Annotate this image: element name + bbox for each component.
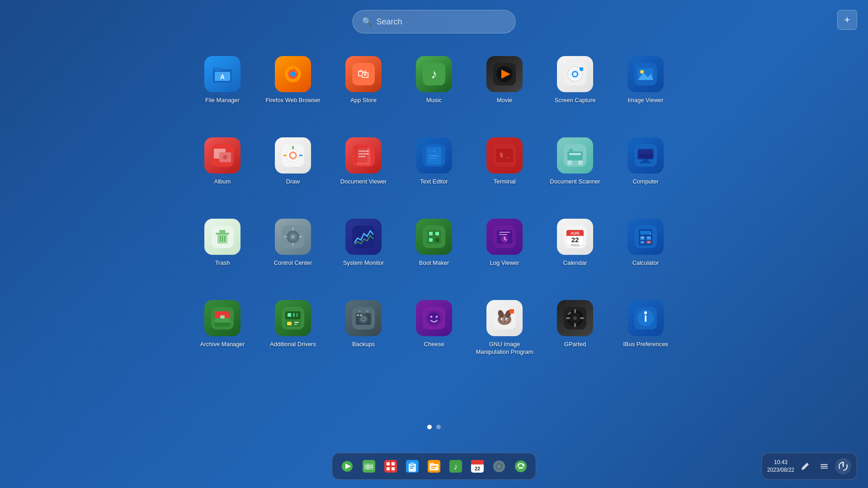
app-store-icon: 🛍 (345, 56, 382, 92)
app-item-computer[interactable]: Computer (610, 130, 681, 211)
app-item-trash[interactable]: Trash (187, 211, 258, 293)
app-item-calendar[interactable]: AUG 22 THUS Calendar (540, 211, 610, 293)
app-item-backups[interactable]: Backups (328, 293, 399, 374)
search-container: 🔍 Search (353, 10, 516, 33)
svg-point-142 (436, 316, 438, 318)
search-bar[interactable]: 🔍 Search (353, 10, 516, 33)
app-item-gimp[interactable]: GNU Image Manipulation Program (469, 293, 540, 374)
app-item-ibus[interactable]: i IBus Preferences (610, 293, 681, 374)
tray-menu-icon[interactable] (816, 458, 832, 474)
svg-rect-127 (296, 313, 298, 317)
taskbar-files[interactable] (425, 457, 443, 476)
svg-text:THUS: THUS (571, 244, 579, 247)
taskbar-calendar[interactable]: 22 (468, 457, 487, 476)
document-scanner-icon (557, 137, 593, 174)
svg-rect-181 (410, 462, 414, 465)
screen-capture-icon (557, 56, 593, 92)
app-item-boot-maker[interactable]: Boot Maker (399, 211, 469, 293)
file-manager-label: File Manager (205, 97, 240, 104)
app-item-album[interactable]: Album (187, 130, 258, 211)
control-center-label: Control Center (274, 259, 312, 267)
app-item-terminal[interactable]: $ _ Terminal (469, 130, 540, 211)
app-item-calculator[interactable]: ÷ + − × = Calculator (610, 211, 681, 293)
app-item-file-manager[interactable]: A File Manager (187, 49, 258, 130)
svg-rect-188 (431, 468, 435, 469)
system-monitor-icon (345, 219, 382, 255)
app-item-system-monitor[interactable]: System Monitor (328, 211, 399, 293)
calendar-icon: AUG 22 THUS (557, 219, 593, 255)
app-item-image-viewer[interactable]: Image Viewer (610, 49, 681, 130)
app-item-archive-manager[interactable]: Archive Manager (187, 293, 258, 374)
taskbar-app-grid[interactable] (381, 457, 400, 476)
svg-rect-1 (213, 67, 222, 71)
app-item-draw[interactable]: Draw (258, 130, 328, 211)
svg-rect-182 (410, 466, 415, 467)
app-item-log-viewer[interactable]: Log Viewer (469, 211, 540, 293)
app-item-additional-drivers[interactable]: Additional Drivers (258, 293, 328, 374)
svg-rect-202 (821, 466, 828, 467)
svg-rect-158 (574, 309, 576, 313)
calculator-icon: ÷ + − × = (627, 219, 664, 255)
svg-rect-178 (392, 467, 395, 470)
app-item-document-viewer[interactable]: Document Viewer (328, 130, 399, 211)
svg-rect-64 (216, 233, 229, 235)
taskbar-updates[interactable] (511, 457, 530, 476)
additional-drivers-label: Additional Drivers (270, 341, 316, 348)
svg-text:+: + (641, 235, 644, 240)
svg-rect-176 (392, 462, 395, 465)
movie-icon (486, 56, 523, 92)
app-item-app-store[interactable]: 🛍 App Store (328, 49, 399, 130)
app-item-movie[interactable]: Movie (469, 49, 540, 130)
svg-rect-113 (215, 311, 230, 314)
svg-rect-136 (359, 310, 361, 312)
firefox-label: Firefox Web Browser (265, 97, 320, 104)
app-item-cheese[interactable]: Cheese (399, 293, 469, 374)
page-dot-2[interactable] (436, 425, 441, 429)
svg-rect-81 (435, 232, 439, 235)
computer-label: Computer (632, 178, 658, 186)
log-viewer-icon (486, 219, 523, 255)
page-dot-1[interactable] (427, 425, 432, 429)
svg-rect-60 (642, 160, 649, 162)
add-button[interactable]: + (837, 10, 857, 30)
backups-label: Backups (352, 341, 375, 348)
computer-icon (627, 137, 664, 174)
tray-pencil-icon[interactable] (797, 458, 813, 474)
taskbar-spreadsheet[interactable] (359, 457, 378, 476)
svg-rect-53 (569, 149, 573, 151)
app-item-text-editor[interactable]: " " Text Editor (399, 130, 469, 211)
svg-rect-61 (640, 162, 651, 163)
app-item-control-center[interactable]: Control Center (258, 211, 328, 293)
svg-rect-159 (574, 323, 576, 327)
svg-text:♪: ♪ (431, 67, 437, 81)
taskbar-launcher[interactable] (338, 457, 357, 476)
app-item-music[interactable]: ♪ Music (399, 49, 469, 130)
cheese-icon (416, 300, 452, 336)
taskbar-clipboard[interactable] (403, 457, 422, 476)
taskbar-settings[interactable] (490, 457, 509, 476)
svg-point-6 (290, 71, 296, 77)
svg-rect-52 (569, 153, 581, 155)
svg-point-198 (515, 460, 527, 472)
svg-rect-117 (215, 320, 230, 323)
tray-time: 10:43 (774, 459, 788, 466)
svg-text:$ _: $ _ (500, 151, 510, 158)
app-item-firefox[interactable]: Firefox Web Browser (258, 49, 328, 130)
svg-rect-170 (364, 464, 373, 470)
svg-rect-185 (429, 464, 439, 470)
taskbar-music[interactable]: ♪ (446, 457, 465, 476)
svg-rect-73 (292, 227, 293, 231)
svg-rect-83 (435, 238, 439, 242)
svg-rect-160 (566, 317, 570, 319)
backups-icon (345, 300, 382, 336)
svg-rect-174 (384, 460, 397, 473)
app-item-gparted[interactable]: GParted (540, 293, 610, 374)
app-item-screen-capture[interactable]: Screen Capture (540, 49, 610, 130)
text-editor-label: Text Editor (420, 178, 448, 186)
svg-rect-74 (292, 243, 293, 246)
app-item-document-scanner[interactable]: Document Scanner (540, 130, 610, 211)
add-icon: + (844, 14, 850, 26)
trash-icon (204, 219, 241, 255)
svg-point-149 (502, 319, 504, 320)
tray-power-icon[interactable] (835, 458, 851, 474)
